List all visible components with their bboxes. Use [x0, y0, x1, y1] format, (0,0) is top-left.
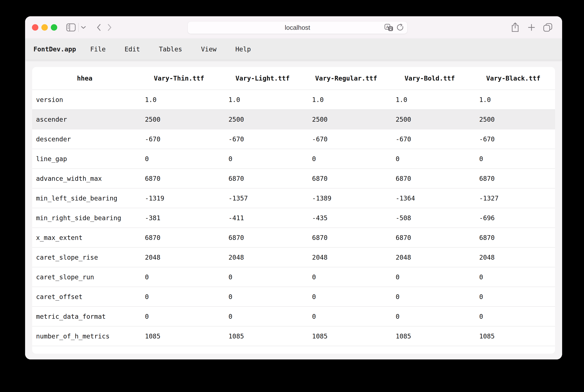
column-header-cell: Vary-Thin.ttf: [137, 74, 221, 82]
table-cell: 2500: [221, 116, 305, 123]
browser-toolbar: localhost A: [25, 16, 562, 38]
reload-icon[interactable]: [396, 24, 404, 32]
table-cell: 2500: [471, 116, 555, 123]
hhea-table: hheaVary-Thin.ttfVary-Light.ttfVary-Regu…: [32, 67, 555, 354]
row-label: caret_slope_rise: [32, 254, 137, 261]
table-cell: 0: [221, 273, 305, 281]
row-label: ascender: [32, 116, 137, 123]
table-cell: 1.0: [305, 96, 388, 104]
column-header-cell: Vary-Bold.ttf: [388, 74, 471, 82]
table-cell: 6870: [305, 175, 388, 182]
table-row[interactable]: caret_slope_run 00000: [32, 267, 555, 287]
toolbar-divider: [78, 23, 79, 32]
table-cell: -670: [305, 136, 388, 143]
row-label: version: [32, 96, 137, 104]
table-row[interactable]: ascender 25002500250025002500: [32, 110, 555, 130]
table-row[interactable]: descender -670-670-670-670-670: [32, 130, 555, 149]
table-row[interactable]: min_left_side_bearing -1319-1357-1389-13…: [32, 188, 555, 208]
translate-icon[interactable]: A: [384, 24, 393, 32]
table-cell: -1327: [471, 194, 555, 202]
share-icon[interactable]: [510, 22, 520, 32]
table-cell: 6870: [471, 234, 555, 242]
menu-item-file[interactable]: File: [90, 46, 106, 53]
table-cell: 1.0: [221, 96, 305, 104]
table-row[interactable]: metric_data_format 00000: [32, 307, 555, 326]
table-cell: 6870: [137, 234, 221, 242]
table-cell: 2048: [388, 254, 471, 261]
table-cell: 2500: [137, 116, 221, 123]
table-header-row: hheaVary-Thin.ttfVary-Light.ttfVary-Regu…: [32, 67, 555, 90]
table-row[interactable]: advance_width_max 68706870687068706870: [32, 169, 555, 188]
table-cell: -1319: [137, 194, 221, 202]
app-menubar: FontDev.app FileEditTablesViewHelp: [25, 38, 562, 60]
back-icon[interactable]: [97, 24, 101, 31]
menu-item-edit[interactable]: Edit: [125, 46, 140, 53]
table-row[interactable]: caret_slope_rise 20482048204820482048: [32, 248, 555, 267]
menu-item-help[interactable]: Help: [235, 46, 251, 53]
column-header-cell: Vary-Regular.ttf: [305, 74, 388, 82]
table-body: version 1.01.01.01.01.0 ascender 2500250…: [32, 90, 555, 346]
table-row[interactable]: line_gap 00000: [32, 149, 555, 169]
sidebar-toggle-icon[interactable]: [66, 23, 76, 32]
minimize-window-button[interactable]: [41, 24, 48, 31]
row-label: advance_width_max: [32, 175, 137, 182]
close-window-button[interactable]: [32, 24, 38, 31]
table-cell: -435: [305, 214, 388, 222]
chevron-down-icon[interactable]: [81, 26, 86, 29]
table-cell: 6870: [388, 234, 471, 242]
table-cell: 0: [388, 293, 471, 300]
new-tab-icon[interactable]: [526, 23, 536, 32]
zoom-window-button[interactable]: [51, 24, 57, 31]
table-cell: -670: [388, 136, 471, 143]
table-row[interactable]: version 1.01.01.01.01.0: [32, 90, 555, 110]
table-cell: 0: [221, 293, 305, 300]
table-cell: 2048: [305, 254, 388, 261]
row-label: min_left_side_bearing: [32, 194, 137, 202]
row-label: x_max_extent: [32, 234, 137, 242]
table-cell: 0: [137, 155, 221, 162]
menu-item-view[interactable]: View: [201, 46, 216, 53]
address-bar-url: localhost: [285, 24, 310, 31]
table-cell: 6870: [305, 234, 388, 242]
table-cell: -411: [221, 214, 305, 222]
table-cell: 0: [471, 155, 555, 162]
table-cell: 0: [471, 293, 555, 300]
row-label: caret_slope_run: [32, 273, 137, 281]
table-cell: 0: [388, 155, 471, 162]
table-cell: 1.0: [471, 96, 555, 104]
table-cell: -381: [137, 214, 221, 222]
page-content: hheaVary-Thin.ttfVary-Light.ttfVary-Regu…: [25, 60, 562, 360]
table-cell: 6870: [137, 175, 221, 182]
table-cell: 0: [305, 293, 388, 300]
table-cell: 1085: [221, 332, 305, 340]
forward-icon[interactable]: [107, 24, 112, 31]
column-header-cell: Vary-Black.ttf: [471, 74, 555, 82]
table-cell: 0: [305, 313, 388, 320]
table-cell: 6870: [221, 175, 305, 182]
row-label: descender: [32, 136, 137, 143]
table-cell: 0: [388, 313, 471, 320]
table-cell: 0: [305, 155, 388, 162]
table-cell: -1364: [388, 194, 471, 202]
table-row[interactable]: x_max_extent 68706870687068706870: [32, 228, 555, 248]
table-cell: 0: [388, 273, 471, 281]
table-row[interactable]: number_of_h_metrics 10851085108510851085: [32, 326, 555, 346]
table-cell: 6870: [471, 175, 555, 182]
browser-window: localhost A: [25, 16, 562, 360]
address-bar[interactable]: localhost A: [188, 22, 407, 34]
tab-overview-icon[interactable]: [543, 23, 553, 32]
menu-item-tables[interactable]: Tables: [159, 46, 182, 53]
row-label: min_right_side_bearing: [32, 214, 137, 222]
table-cell: 2500: [388, 116, 471, 123]
row-label: metric_data_format: [32, 313, 137, 320]
table-row[interactable]: caret_offset 00000: [32, 287, 555, 307]
app-title[interactable]: FontDev.app: [34, 46, 76, 53]
table-cell: 0: [137, 273, 221, 281]
table-row[interactable]: min_right_side_bearing -381-411-435-508-…: [32, 208, 555, 228]
table-cell: 2048: [137, 254, 221, 261]
table-cell: -670: [471, 136, 555, 143]
table-cell: 2048: [471, 254, 555, 261]
table-cell: 6870: [388, 175, 471, 182]
table-cell: 1085: [137, 332, 221, 340]
table-cell: 1085: [305, 332, 388, 340]
